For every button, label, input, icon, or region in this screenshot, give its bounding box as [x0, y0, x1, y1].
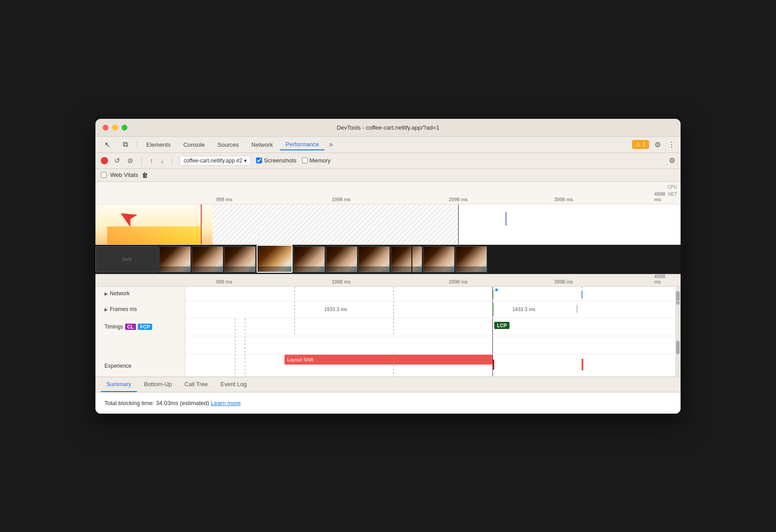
close-button[interactable]	[103, 125, 108, 131]
timings-row-content[interactable]: LCP	[185, 318, 681, 336]
screenshot-strip: Early	[95, 245, 681, 274]
tab-bottom-up[interactable]: Bottom-Up	[139, 377, 177, 392]
delete-recording-button[interactable]: 🗑	[142, 171, 148, 179]
tab-performance[interactable]: Performance	[280, 139, 324, 150]
screenshot-playhead	[411, 245, 412, 274]
time-label-2: 1998 ms	[332, 197, 351, 202]
timings-row-label: Timings CL FCP	[95, 318, 185, 336]
ruler-time-3: 2998 ms	[449, 279, 468, 284]
activity-block	[107, 226, 201, 244]
experience-playhead	[492, 354, 493, 376]
download-button[interactable]: ↓	[160, 156, 165, 165]
url-selector[interactable]: coffee-cart.netlify.app #2 ▾	[180, 156, 251, 166]
first-screenshot[interactable]: Early	[95, 246, 158, 272]
window-title: DevTools - coffee-cart.netlify.app/?ad=1	[337, 124, 439, 131]
network-row-content[interactable]	[185, 287, 681, 301]
time-label-1: 998 ms	[216, 197, 232, 202]
screenshot-thumb[interactable]	[192, 246, 223, 272]
cpu-label: CPU	[668, 184, 677, 191]
frames-expand-arrow[interactable]: ▶	[104, 307, 108, 312]
badge-count: 1	[642, 141, 645, 148]
timing-dashed-1	[235, 318, 235, 336]
timeline-overview: 998 ms 1998 ms 2998 ms 3998 ms 4998 ms C…	[95, 182, 681, 377]
dashed	[235, 336, 235, 354]
timeline-ruler-2: 998 ms 1998 ms 2998 ms 3998 ms 4998 ms	[95, 274, 681, 287]
minimize-button[interactable]	[112, 125, 118, 131]
warning-icon: ⚠	[636, 141, 641, 148]
dropdown-arrow-icon: ▾	[244, 158, 247, 164]
experience-label: Experience	[104, 363, 131, 369]
spacing-playhead	[492, 336, 493, 354]
network-indicator	[495, 289, 498, 291]
timeline-header: 998 ms 1998 ms 2998 ms 3998 ms 4998 ms C…	[95, 182, 681, 204]
screenshot-thumb[interactable]	[391, 246, 422, 272]
time-label-4: 3998 ms	[554, 197, 573, 202]
network-expand-arrow[interactable]: ▶	[104, 291, 108, 296]
frames-row-content[interactable]: 1933.3 ms 1433.3 ms	[185, 301, 681, 318]
network-row-label: ▶ Network	[95, 287, 185, 301]
memory-checkbox-group: Memory	[302, 157, 331, 164]
experience-row-content[interactable]: Layout Shift	[185, 354, 681, 376]
tab-summary[interactable]: Summary	[101, 377, 137, 392]
dashed-line-1	[294, 287, 295, 301]
tab-call-tree[interactable]: Call Tree	[179, 377, 213, 392]
timing-dashed-2	[245, 318, 245, 336]
frames-label: Frames ms	[110, 306, 137, 312]
bottom-tabs: Summary Bottom-Up Call Tree Event Log	[95, 377, 681, 392]
screenshot-thumb[interactable]	[358, 246, 390, 272]
screenshot-thumb[interactable]	[456, 246, 487, 272]
maximize-button[interactable]	[122, 125, 127, 131]
screenshot-thumb[interactable]	[423, 246, 455, 272]
tab-console[interactable]: Console	[178, 140, 210, 150]
screenshot-thumb[interactable]	[326, 246, 357, 272]
dashed-line-3	[582, 287, 582, 301]
traffic-lights	[103, 125, 127, 131]
screenshots-checkbox[interactable]	[256, 158, 262, 163]
bottom-content: Total blocking time: 34.03ms (estimated)…	[95, 392, 681, 414]
tab-network[interactable]: Network	[246, 140, 279, 150]
issues-badge-button[interactable]: ⚠ 1	[632, 140, 649, 149]
reload-button[interactable]: ↺	[113, 156, 121, 166]
spacing-row	[95, 336, 681, 354]
layout-shift-label: Layout Shift	[287, 357, 313, 362]
layers-icon[interactable]: ⧉	[117, 139, 133, 150]
experience-row: Experience Layout Shift	[95, 354, 681, 377]
screenshot-thumb[interactable]	[224, 246, 256, 272]
web-vitals-checkbox[interactable]	[101, 172, 107, 178]
stop-button[interactable]: ⊘	[126, 156, 134, 166]
screenshot-thumb-highlighted[interactable]	[257, 245, 293, 273]
web-vitals-bar: Web Vitals 🗑	[95, 169, 681, 182]
web-vitals-label: Web Vitals	[110, 171, 138, 178]
cl-badge: CL	[125, 324, 136, 330]
record-button[interactable]	[101, 157, 108, 164]
ruler-time-2: 1998 ms	[332, 279, 351, 284]
dashed-line	[294, 301, 295, 318]
playhead-line	[458, 204, 459, 244]
separator	[137, 140, 137, 149]
more-tabs-button[interactable]: »	[326, 139, 336, 150]
ruler-time-1: 998 ms	[216, 279, 232, 284]
timings-playhead	[492, 318, 493, 336]
dashed-line-2	[393, 287, 394, 301]
learn-more-link[interactable]: Learn more	[211, 400, 240, 406]
screenshot-thumb[interactable]	[293, 246, 325, 272]
tab-event-log[interactable]: Event Log	[215, 377, 253, 392]
screenshot-thumb[interactable]	[159, 246, 191, 272]
lcp-badge-container: LCP	[492, 321, 510, 329]
separator	[172, 156, 172, 166]
network-playhead	[492, 287, 493, 301]
record-settings-button[interactable]: ⚙	[669, 156, 675, 165]
settings-button[interactable]: ⚙	[653, 139, 663, 151]
timeline-chart[interactable]: ➤	[95, 204, 681, 245]
titlebar: DevTools - coffee-cart.netlify.app/?ad=1	[95, 119, 681, 137]
frame-time-1: 1933.3 ms	[324, 307, 347, 312]
memory-checkbox[interactable]	[302, 158, 308, 163]
upload-button[interactable]: ↑	[149, 156, 154, 165]
more-options-button[interactable]: ⋮	[666, 139, 677, 151]
url-text: coffee-cart.netlify.app #2	[184, 158, 242, 164]
tab-sources[interactable]: Sources	[212, 140, 244, 150]
fcp-badge: FCP	[138, 324, 152, 330]
tab-elements[interactable]: Elements	[141, 140, 176, 150]
cursor-icon[interactable]: ↖	[99, 139, 116, 151]
tab-bar: ↖ ⧉ Elements Console Sources Network Per…	[95, 137, 681, 153]
